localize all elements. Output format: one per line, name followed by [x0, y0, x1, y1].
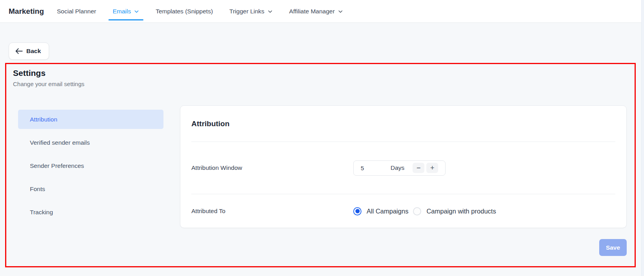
- attribution-window-input[interactable]: [361, 165, 391, 171]
- tab-emails[interactable]: Emails: [105, 0, 148, 22]
- card-title: Attribution: [191, 106, 615, 142]
- attribution-window-unit: Days: [391, 164, 404, 171]
- sidebar-item-fonts[interactable]: Fonts: [18, 179, 163, 199]
- sidebar-item-label: Tracking: [30, 209, 53, 216]
- save-button[interactable]: Save: [599, 239, 627, 256]
- tab-label: Social Planner: [57, 8, 96, 15]
- settings-sidebar: Attribution Verified sender emails Sende…: [18, 110, 163, 222]
- attribution-window-label: Attribution Window: [191, 164, 353, 171]
- attributed-to-row: Attributed To All Campaigns Campaign wit…: [191, 194, 615, 228]
- chevron-down-icon: [268, 9, 273, 14]
- attribution-window-stepper: Days − +: [353, 160, 446, 176]
- attribution-card: Attribution Attribution Window Days − + …: [180, 105, 627, 228]
- sidebar-item-label: Attribution: [30, 116, 57, 123]
- chevron-down-icon: [338, 9, 343, 14]
- tab-affiliate-manager[interactable]: Affiliate Manager: [281, 0, 351, 22]
- radio-option-label: All Campaigns: [367, 208, 408, 215]
- decrement-button[interactable]: −: [413, 163, 424, 173]
- tab-social-planner[interactable]: Social Planner: [49, 0, 105, 22]
- attribution-window-row: Attribution Window Days − +: [191, 142, 615, 194]
- nav-tabs: Social Planner Emails Templates (Snippet…: [49, 0, 351, 22]
- radio-all-campaigns[interactable]: All Campaigns: [353, 207, 408, 215]
- chevron-down-icon: [134, 9, 139, 14]
- arrow-left-icon: [15, 48, 23, 54]
- sidebar-item-sender-preferences[interactable]: Sender Preferences: [18, 156, 163, 175]
- tab-templates-snippets[interactable]: Templates (Snippets): [147, 0, 221, 22]
- sidebar-item-label: Sender Preferences: [30, 162, 84, 169]
- scrollbar[interactable]: [641, 0, 644, 276]
- sidebar-item-label: Verified sender emails: [30, 139, 90, 146]
- app-title: Marketing: [9, 7, 44, 16]
- increment-button[interactable]: +: [426, 163, 438, 173]
- sidebar-item-attribution[interactable]: Attribution: [18, 110, 163, 129]
- tab-label: Trigger Links: [229, 8, 264, 15]
- attributed-to-label: Attributed To: [191, 208, 353, 215]
- back-button[interactable]: Back: [9, 42, 49, 60]
- sidebar-item-verified-sender-emails[interactable]: Verified sender emails: [18, 133, 163, 152]
- back-button-label: Back: [26, 48, 41, 55]
- radio-unselected-icon: [413, 207, 421, 215]
- radio-campaign-with-products[interactable]: Campaign with products: [413, 207, 496, 215]
- sidebar-item-label: Fonts: [30, 186, 45, 193]
- sidebar-item-tracking[interactable]: Tracking: [18, 202, 163, 222]
- tab-label: Templates (Snippets): [156, 8, 213, 15]
- attributed-to-radio-group: All Campaigns Campaign with products: [353, 207, 496, 215]
- radio-selected-icon: [353, 207, 361, 215]
- page-title: Settings: [13, 68, 635, 78]
- tab-label: Affiliate Manager: [289, 8, 335, 15]
- radio-option-label: Campaign with products: [426, 208, 496, 215]
- tab-label: Emails: [113, 8, 131, 15]
- settings-panel: Settings Change your email settings Attr…: [5, 63, 636, 267]
- top-nav-bar: Marketing Social Planner Emails Template…: [0, 0, 641, 23]
- tab-trigger-links[interactable]: Trigger Links: [221, 0, 281, 22]
- page-subtitle: Change your email settings: [13, 81, 635, 87]
